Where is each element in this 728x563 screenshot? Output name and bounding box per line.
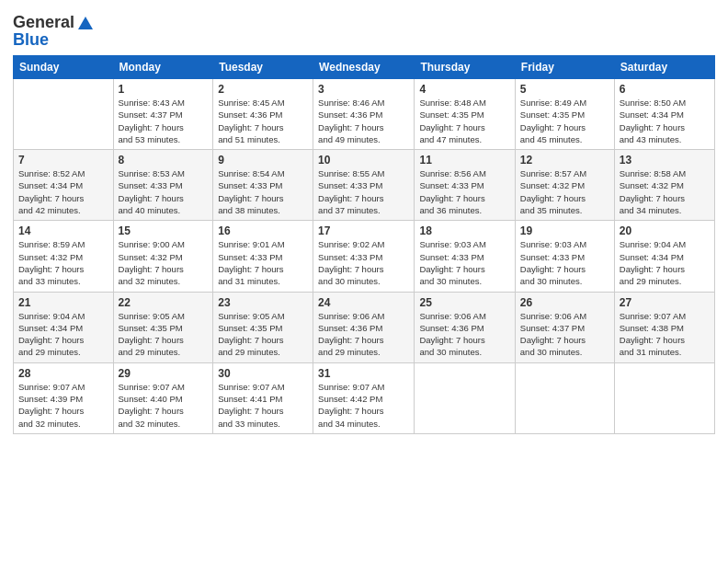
day-info: Sunrise: 9:07 AM bbox=[620, 310, 710, 322]
day-info: Sunrise: 9:07 AM bbox=[18, 381, 108, 393]
day-info: Sunrise: 8:43 AM bbox=[119, 97, 209, 109]
day-info: Sunrise: 9:07 AM bbox=[119, 381, 209, 393]
day-info: Daylight: 7 hours bbox=[620, 263, 710, 275]
calendar-week-row: 14Sunrise: 8:59 AMSunset: 4:32 PMDayligh… bbox=[14, 221, 715, 292]
day-number: 2 bbox=[218, 83, 308, 96]
svg-marker-0 bbox=[78, 17, 93, 29]
calendar-cell: 7Sunrise: 8:52 AMSunset: 4:34 PMDaylight… bbox=[14, 150, 114, 221]
day-info: Sunset: 4:42 PM bbox=[318, 393, 409, 405]
day-info: and 35 minutes. bbox=[520, 204, 609, 216]
day-number: 4 bbox=[419, 83, 509, 96]
day-number: 18 bbox=[419, 224, 509, 237]
day-info: Daylight: 7 hours bbox=[119, 192, 209, 204]
day-info: Sunrise: 9:04 AM bbox=[18, 310, 108, 322]
day-info: Sunset: 4:33 PM bbox=[318, 251, 409, 263]
day-info: Sunset: 4:35 PM bbox=[218, 322, 308, 334]
day-info: Sunset: 4:36 PM bbox=[218, 109, 308, 121]
day-info: and 32 minutes. bbox=[18, 418, 108, 430]
calendar-week-row: 28Sunrise: 9:07 AMSunset: 4:39 PMDayligh… bbox=[14, 362, 715, 433]
day-info: Sunset: 4:39 PM bbox=[18, 393, 108, 405]
day-number: 8 bbox=[119, 154, 209, 167]
calendar-cell: 12Sunrise: 8:57 AMSunset: 4:32 PMDayligh… bbox=[515, 150, 614, 221]
day-info: Sunrise: 9:07 AM bbox=[218, 381, 308, 393]
day-info: Sunrise: 8:52 AM bbox=[18, 167, 108, 179]
calendar-table: SundayMondayTuesdayWednesdayThursdayFrid… bbox=[13, 55, 715, 434]
logo-icon bbox=[76, 13, 95, 31]
day-number: 6 bbox=[620, 83, 710, 96]
day-info: Sunrise: 8:59 AM bbox=[18, 238, 108, 250]
day-info: and 31 minutes. bbox=[218, 275, 308, 287]
calendar-cell: 8Sunrise: 8:53 AMSunset: 4:33 PMDaylight… bbox=[113, 150, 213, 221]
day-info: and 29 minutes. bbox=[620, 275, 710, 287]
day-number: 16 bbox=[218, 224, 308, 237]
day-info: and 30 minutes. bbox=[520, 346, 609, 358]
day-info: and 45 minutes. bbox=[520, 133, 609, 145]
day-info: and 51 minutes. bbox=[218, 133, 308, 145]
calendar-cell: 22Sunrise: 9:05 AMSunset: 4:35 PMDayligh… bbox=[113, 292, 213, 362]
day-number: 10 bbox=[318, 154, 409, 167]
calendar-cell: 13Sunrise: 8:58 AMSunset: 4:32 PMDayligh… bbox=[614, 150, 714, 221]
day-of-week-header: Wednesday bbox=[313, 56, 415, 79]
day-number: 22 bbox=[119, 296, 209, 309]
day-info: Sunset: 4:33 PM bbox=[318, 179, 409, 191]
day-info: Sunset: 4:32 PM bbox=[520, 179, 609, 191]
day-of-week-header: Monday bbox=[113, 56, 213, 79]
day-number: 14 bbox=[18, 224, 108, 237]
day-info: Daylight: 7 hours bbox=[520, 121, 609, 133]
day-info: Sunset: 4:34 PM bbox=[620, 251, 710, 263]
day-info: Sunset: 4:41 PM bbox=[218, 393, 308, 405]
day-info: Sunset: 4:34 PM bbox=[18, 322, 108, 334]
day-number: 24 bbox=[318, 296, 409, 309]
day-info: Sunset: 4:32 PM bbox=[119, 251, 209, 263]
logo: General Blue bbox=[13, 13, 95, 50]
day-info: and 32 minutes. bbox=[119, 275, 209, 287]
day-info: Daylight: 7 hours bbox=[419, 192, 509, 204]
day-number: 9 bbox=[218, 154, 308, 167]
calendar-cell: 9Sunrise: 8:54 AMSunset: 4:33 PMDaylight… bbox=[213, 150, 313, 221]
calendar-week-row: 21Sunrise: 9:04 AMSunset: 4:34 PMDayligh… bbox=[14, 292, 715, 362]
calendar-cell: 1Sunrise: 8:43 AMSunset: 4:37 PMDaylight… bbox=[113, 79, 213, 150]
day-info: Daylight: 7 hours bbox=[119, 121, 209, 133]
day-info: Daylight: 7 hours bbox=[18, 263, 108, 275]
day-info: and 49 minutes. bbox=[318, 133, 409, 145]
calendar-cell bbox=[515, 362, 614, 433]
calendar-cell: 4Sunrise: 8:48 AMSunset: 4:35 PMDaylight… bbox=[415, 79, 515, 150]
day-info: Daylight: 7 hours bbox=[419, 263, 509, 275]
day-info: and 37 minutes. bbox=[318, 204, 409, 216]
calendar-cell: 2Sunrise: 8:45 AMSunset: 4:36 PMDaylight… bbox=[213, 79, 313, 150]
day-info: Sunrise: 8:50 AM bbox=[620, 97, 710, 109]
day-info: Sunrise: 9:06 AM bbox=[520, 310, 609, 322]
day-number: 5 bbox=[520, 83, 609, 96]
day-info: Sunset: 4:35 PM bbox=[520, 109, 609, 121]
day-info: Sunrise: 9:01 AM bbox=[218, 238, 308, 250]
day-info: Sunset: 4:33 PM bbox=[218, 179, 308, 191]
day-info: and 29 minutes. bbox=[218, 346, 308, 358]
day-info: Sunset: 4:37 PM bbox=[119, 109, 209, 121]
calendar-cell: 3Sunrise: 8:46 AMSunset: 4:36 PMDaylight… bbox=[313, 79, 415, 150]
day-number: 15 bbox=[119, 224, 209, 237]
calendar-cell bbox=[415, 362, 515, 433]
day-info: Sunset: 4:33 PM bbox=[119, 179, 209, 191]
day-of-week-header: Tuesday bbox=[213, 56, 313, 79]
day-info: Daylight: 7 hours bbox=[520, 192, 609, 204]
day-number: 20 bbox=[620, 224, 710, 237]
day-info: Sunrise: 9:05 AM bbox=[218, 310, 308, 322]
day-info: and 47 minutes. bbox=[419, 133, 509, 145]
day-info: Daylight: 7 hours bbox=[218, 334, 308, 346]
day-info: Sunset: 4:32 PM bbox=[620, 179, 710, 191]
day-info: and 30 minutes. bbox=[419, 275, 509, 287]
calendar-cell: 27Sunrise: 9:07 AMSunset: 4:38 PMDayligh… bbox=[614, 292, 714, 362]
day-info: Daylight: 7 hours bbox=[119, 405, 209, 417]
day-info: Daylight: 7 hours bbox=[620, 121, 710, 133]
day-info: Sunrise: 8:54 AM bbox=[218, 167, 308, 179]
calendar-cell: 23Sunrise: 9:05 AMSunset: 4:35 PMDayligh… bbox=[213, 292, 313, 362]
calendar-cell: 16Sunrise: 9:01 AMSunset: 4:33 PMDayligh… bbox=[213, 221, 313, 292]
day-number: 3 bbox=[318, 83, 409, 96]
day-info: Sunrise: 8:46 AM bbox=[318, 97, 409, 109]
day-number: 12 bbox=[520, 154, 609, 167]
day-number: 27 bbox=[620, 296, 710, 309]
day-info: Daylight: 7 hours bbox=[318, 263, 409, 275]
calendar-cell: 30Sunrise: 9:07 AMSunset: 4:41 PMDayligh… bbox=[213, 362, 313, 433]
day-info: and 40 minutes. bbox=[119, 204, 209, 216]
day-info: Sunset: 4:32 PM bbox=[18, 251, 108, 263]
